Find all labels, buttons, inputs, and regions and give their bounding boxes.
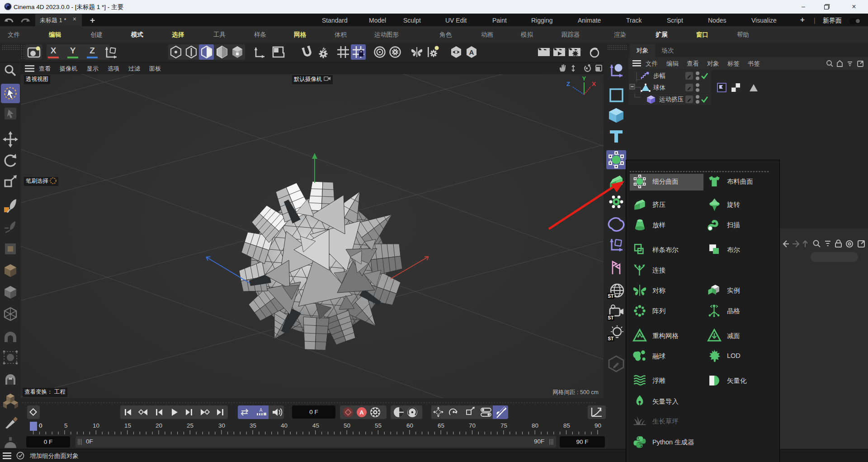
svg-text:X: X bbox=[592, 81, 596, 87]
svg-text:ST: ST bbox=[608, 294, 614, 299]
svg-text:A: A bbox=[359, 409, 364, 416]
svg-text:ST: ST bbox=[608, 336, 614, 341]
svg-text:ST: ST bbox=[608, 315, 614, 320]
svg-text:A: A bbox=[469, 48, 474, 56]
svg-text:Z: Z bbox=[566, 81, 570, 87]
svg-text:Y: Y bbox=[582, 75, 586, 82]
svg-text:A: A bbox=[259, 408, 263, 413]
